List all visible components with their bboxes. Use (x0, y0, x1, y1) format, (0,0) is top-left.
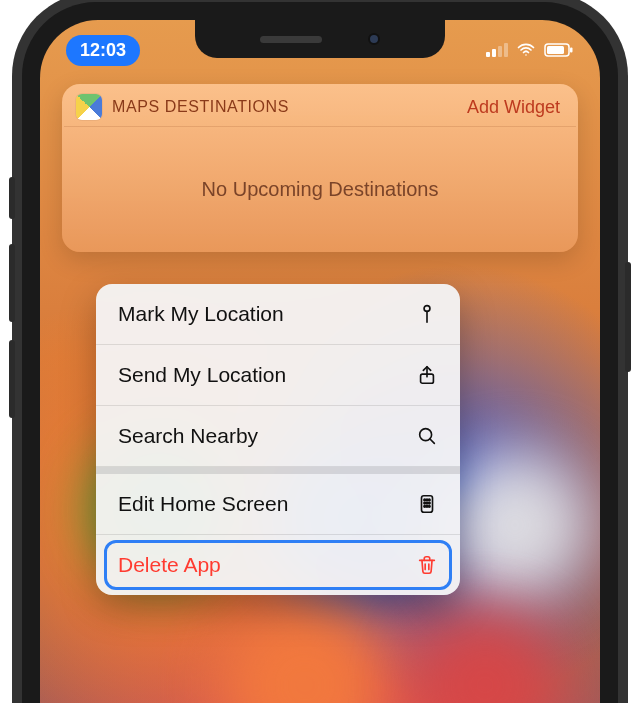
screen: 12:03 (40, 20, 600, 703)
maps-destinations-widget[interactable]: MAPS DESTINATIONS Add Widget No Upcoming… (62, 84, 578, 252)
trash-icon (414, 554, 440, 576)
svg-point-7 (424, 499, 426, 501)
widget-empty-text: No Upcoming Destinations (202, 178, 439, 201)
menu-item-search-nearby[interactable]: Search Nearby (96, 406, 460, 467)
notch (195, 20, 445, 58)
context-menu: Mark My Location Send My Location Search… (96, 284, 460, 595)
svg-point-15 (428, 505, 430, 507)
volume-up-button (9, 244, 15, 322)
share-icon (414, 364, 440, 386)
home-screen-grid-icon (414, 493, 440, 515)
mute-switch (9, 177, 15, 219)
phone-frame: 12:03 (22, 2, 618, 703)
wifi-icon (516, 40, 536, 60)
side-button (625, 262, 631, 372)
svg-rect-2 (570, 48, 573, 53)
menu-item-delete-app[interactable]: Delete App (96, 535, 460, 595)
svg-rect-1 (547, 46, 564, 54)
battery-icon (544, 43, 574, 57)
svg-point-10 (424, 502, 426, 504)
widget-title: MAPS DESTINATIONS (112, 98, 289, 116)
svg-point-14 (426, 505, 428, 507)
menu-item-mark-my-location[interactable]: Mark My Location (96, 284, 460, 345)
svg-point-3 (424, 306, 430, 312)
menu-item-label: Search Nearby (118, 424, 258, 448)
svg-point-12 (428, 502, 430, 504)
pin-icon (414, 303, 440, 325)
svg-point-11 (426, 502, 428, 504)
cellular-signal-icon (486, 43, 508, 57)
menu-item-label: Mark My Location (118, 302, 284, 326)
search-icon (414, 425, 440, 447)
speaker-grille (260, 36, 322, 43)
widget-body: No Upcoming Destinations (64, 126, 576, 252)
svg-point-13 (424, 505, 426, 507)
menu-item-label: Send My Location (118, 363, 286, 387)
menu-item-edit-home-screen[interactable]: Edit Home Screen (96, 467, 460, 535)
svg-point-9 (428, 499, 430, 501)
volume-down-button (9, 340, 15, 418)
menu-item-label: Delete App (118, 553, 221, 577)
status-time-pill[interactable]: 12:03 (66, 35, 140, 66)
maps-app-icon (76, 94, 102, 120)
front-camera (368, 33, 380, 45)
menu-item-send-my-location[interactable]: Send My Location (96, 345, 460, 406)
menu-item-label: Edit Home Screen (118, 492, 288, 516)
svg-point-8 (426, 499, 428, 501)
add-widget-button[interactable]: Add Widget (467, 97, 560, 118)
